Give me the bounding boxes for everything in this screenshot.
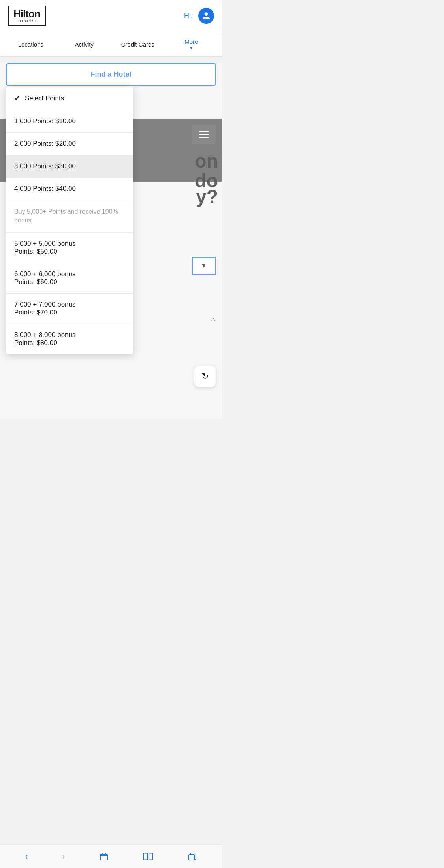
nav-item-credit-cards[interactable]: Credit Cards xyxy=(111,35,165,54)
dropdown-item-2000[interactable]: 2,000 Points: $20.00 xyxy=(6,133,133,155)
avatar[interactable] xyxy=(198,8,214,24)
app-header: Hilton HONORS Hi, xyxy=(0,0,222,32)
reload-icon: ↻ xyxy=(201,371,209,382)
dropdown-item-5000[interactable]: 5,000 + 5,000 bonusPoints: $50.00 xyxy=(6,233,133,263)
checkmark-icon: ✓ xyxy=(14,94,20,103)
points-dropdown: ✓ Select Points 1,000 Points: $10.00 2,0… xyxy=(6,87,133,354)
dropdown-item-promo: Buy 5,000+ Points and receive 100% bonus xyxy=(6,200,133,233)
dropdown-item-3000[interactable]: 3,000 Points: $30.00 xyxy=(6,155,133,178)
dropdown-item-label-2: 2,000 Points: $20.00 xyxy=(14,140,76,148)
dropdown-promo-label: Buy 5,000+ Points and receive 100% bonus xyxy=(14,207,125,225)
nav-item-more[interactable]: More ▼ xyxy=(165,32,218,56)
dropdown-item-label-3: 3,000 Points: $30.00 xyxy=(14,162,76,170)
dropdown-item-label-7: 7,000 + 7,000 bonusPoints: $70.00 xyxy=(14,301,76,316)
greeting-text: Hi, xyxy=(184,12,193,20)
nav-item-activity[interactable]: Activity xyxy=(58,35,111,54)
nav-item-locations[interactable]: Locations xyxy=(4,35,58,54)
hilton-logo[interactable]: Hilton HONORS xyxy=(8,6,46,26)
main-content: Find a Hotel B on do y? ▼ .*. ✓ Select P… xyxy=(0,63,222,419)
header-right: Hi, xyxy=(184,8,214,24)
dropdown-item-6000[interactable]: 6,000 + 6,000 bonusPoints: $60.00 xyxy=(6,263,133,294)
navigation-bar: Locations Activity Credit Cards More ▼ xyxy=(0,32,222,57)
logo-honors-text: HONORS xyxy=(13,19,40,23)
nav-more-label: More xyxy=(184,38,198,45)
dropdown-item-label-4: 4,000 Points: $40.00 xyxy=(14,185,76,193)
dropdown-item-label-5: 5,000 + 5,000 bonusPoints: $50.00 xyxy=(14,240,76,256)
dropdown-item-select-points[interactable]: ✓ Select Points xyxy=(6,87,133,110)
logo-hilton-text: Hilton xyxy=(13,9,40,19)
dropdown-item-1000[interactable]: 1,000 Points: $10.00 xyxy=(6,110,133,133)
dropdown-item-8000[interactable]: 8,000 + 8,000 bonusPoints: $80.00 xyxy=(6,324,133,354)
dropdown-item-label-1: 1,000 Points: $10.00 xyxy=(14,117,76,125)
dropdown-item-4000[interactable]: 4,000 Points: $40.00 xyxy=(6,178,133,200)
chevron-down-icon: ▼ xyxy=(189,46,193,50)
person-icon xyxy=(202,11,211,20)
dropdown-item-label-6: 6,000 + 6,000 bonusPoints: $60.00 xyxy=(14,270,76,286)
dropdown-item-label-0: Select Points xyxy=(25,94,64,102)
dropdown-item-7000[interactable]: 7,000 + 7,000 bonusPoints: $70.00 xyxy=(6,294,133,324)
reload-button[interactable]: ↻ xyxy=(194,366,216,387)
dropdown-item-label-8: 8,000 + 8,000 bonusPoints: $80.00 xyxy=(14,331,76,347)
